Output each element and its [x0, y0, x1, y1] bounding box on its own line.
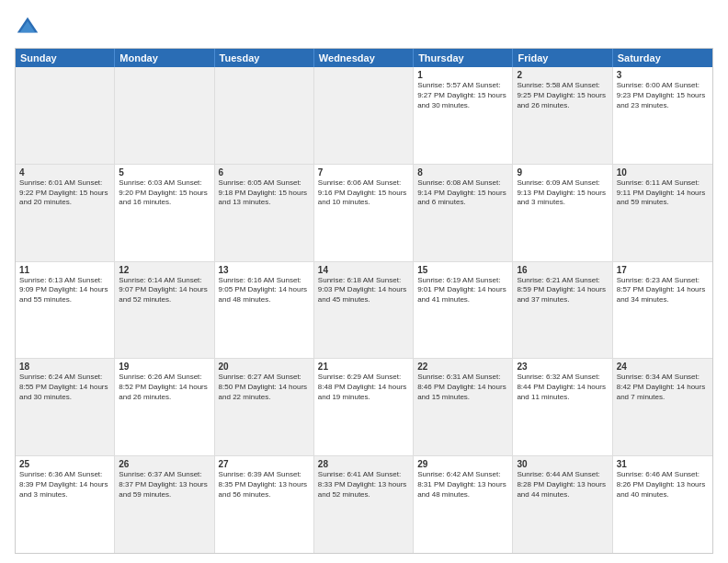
cell-info: Sunrise: 6:41 AM Sunset: 8:33 PM Dayligh… [318, 470, 409, 500]
calendar-cell: 1Sunrise: 5:57 AM Sunset: 9:27 PM Daylig… [414, 67, 513, 164]
cell-info: Sunrise: 6:18 AM Sunset: 9:03 PM Dayligh… [318, 276, 409, 305]
header-day-wednesday: Wednesday [314, 49, 414, 67]
day-number: 11 [19, 265, 110, 275]
logo [15, 15, 44, 40]
page: SundayMondayTuesdayWednesdayThursdayFrid… [0, 0, 728, 563]
calendar-cell: 27Sunrise: 6:39 AM Sunset: 8:35 PM Dayli… [215, 456, 314, 553]
calendar-cell: 17Sunrise: 6:23 AM Sunset: 8:57 PM Dayli… [613, 262, 712, 359]
cell-info: Sunrise: 6:23 AM Sunset: 8:57 PM Dayligh… [617, 276, 709, 305]
calendar-cell: 8Sunrise: 6:08 AM Sunset: 9:14 PM Daylig… [414, 165, 513, 261]
cell-info: Sunrise: 6:21 AM Sunset: 8:59 PM Dayligh… [517, 276, 608, 305]
header [15, 15, 713, 40]
day-number: 9 [517, 167, 608, 178]
calendar-cell: 28Sunrise: 6:41 AM Sunset: 8:33 PM Dayli… [314, 456, 414, 553]
calendar-cell: 6Sunrise: 6:05 AM Sunset: 9:18 PM Daylig… [215, 165, 314, 261]
day-number: 1 [417, 70, 508, 80]
cell-info: Sunrise: 6:06 AM Sunset: 9:16 PM Dayligh… [318, 178, 409, 208]
day-number: 12 [119, 265, 210, 275]
day-number: 20 [219, 362, 310, 372]
cell-info: Sunrise: 5:57 AM Sunset: 9:27 PM Dayligh… [417, 81, 508, 110]
day-number: 27 [219, 459, 310, 469]
calendar-cell: 15Sunrise: 6:19 AM Sunset: 9:01 PM Dayli… [414, 262, 513, 359]
day-number: 4 [19, 167, 110, 178]
cell-info: Sunrise: 6:14 AM Sunset: 9:07 PM Dayligh… [119, 276, 210, 305]
cell-info: Sunrise: 6:34 AM Sunset: 8:42 PM Dayligh… [617, 373, 709, 402]
cell-info: Sunrise: 6:42 AM Sunset: 8:31 PM Dayligh… [417, 470, 508, 500]
day-number: 29 [417, 459, 508, 469]
calendar-row-2: 11Sunrise: 6:13 AM Sunset: 9:09 PM Dayli… [16, 262, 712, 360]
day-number: 24 [617, 362, 709, 372]
day-number: 7 [318, 167, 409, 178]
calendar-header: SundayMondayTuesdayWednesdayThursdayFrid… [16, 49, 712, 67]
calendar-cell: 18Sunrise: 6:24 AM Sunset: 8:55 PM Dayli… [16, 359, 115, 455]
header-day-saturday: Saturday [613, 49, 712, 67]
cell-info: Sunrise: 6:36 AM Sunset: 8:39 PM Dayligh… [19, 470, 110, 500]
cell-info: Sunrise: 6:13 AM Sunset: 9:09 PM Dayligh… [19, 276, 110, 305]
day-number: 15 [417, 265, 508, 275]
day-number: 18 [19, 362, 110, 372]
calendar-cell: 13Sunrise: 6:16 AM Sunset: 9:05 PM Dayli… [215, 262, 314, 359]
header-day-sunday: Sunday [16, 49, 115, 67]
calendar-cell: 21Sunrise: 6:29 AM Sunset: 8:48 PM Dayli… [314, 359, 414, 455]
logo-icon [15, 15, 40, 40]
calendar-cell: 25Sunrise: 6:36 AM Sunset: 8:39 PM Dayli… [16, 456, 115, 553]
header-day-monday: Monday [115, 49, 214, 67]
day-number: 26 [119, 459, 210, 469]
calendar: SundayMondayTuesdayWednesdayThursdayFrid… [15, 48, 713, 554]
calendar-cell: 26Sunrise: 6:37 AM Sunset: 8:37 PM Dayli… [115, 456, 214, 553]
cell-info: Sunrise: 6:26 AM Sunset: 8:52 PM Dayligh… [119, 373, 210, 402]
day-number: 3 [617, 70, 709, 80]
calendar-cell: 30Sunrise: 6:44 AM Sunset: 8:28 PM Dayli… [513, 456, 612, 553]
cell-info: Sunrise: 6:08 AM Sunset: 9:14 PM Dayligh… [417, 178, 508, 208]
cell-info: Sunrise: 6:19 AM Sunset: 9:01 PM Dayligh… [417, 276, 508, 305]
cell-info: Sunrise: 6:31 AM Sunset: 8:46 PM Dayligh… [417, 373, 508, 402]
calendar-cell: 5Sunrise: 6:03 AM Sunset: 9:20 PM Daylig… [115, 165, 214, 261]
calendar-cell: 19Sunrise: 6:26 AM Sunset: 8:52 PM Dayli… [115, 359, 214, 455]
cell-info: Sunrise: 6:03 AM Sunset: 9:20 PM Dayligh… [119, 178, 210, 208]
calendar-cell: 9Sunrise: 6:09 AM Sunset: 9:13 PM Daylig… [513, 165, 612, 261]
calendar-cell: 23Sunrise: 6:32 AM Sunset: 8:44 PM Dayli… [513, 359, 612, 455]
cell-info: Sunrise: 6:29 AM Sunset: 8:48 PM Dayligh… [318, 373, 409, 402]
cell-info: Sunrise: 6:44 AM Sunset: 8:28 PM Dayligh… [517, 470, 608, 500]
calendar-cell [16, 67, 115, 164]
cell-info: Sunrise: 6:00 AM Sunset: 9:23 PM Dayligh… [617, 81, 709, 110]
day-number: 21 [318, 362, 409, 372]
calendar-cell: 16Sunrise: 6:21 AM Sunset: 8:59 PM Dayli… [513, 262, 612, 359]
cell-info: Sunrise: 6:46 AM Sunset: 8:26 PM Dayligh… [617, 470, 709, 500]
calendar-row-1: 4Sunrise: 6:01 AM Sunset: 9:22 PM Daylig… [16, 165, 712, 262]
day-number: 5 [119, 167, 210, 178]
cell-info: Sunrise: 5:58 AM Sunset: 9:25 PM Dayligh… [517, 81, 608, 110]
calendar-cell: 7Sunrise: 6:06 AM Sunset: 9:16 PM Daylig… [314, 165, 414, 261]
day-number: 13 [219, 265, 310, 275]
calendar-cell: 20Sunrise: 6:27 AM Sunset: 8:50 PM Dayli… [215, 359, 314, 455]
cell-info: Sunrise: 6:05 AM Sunset: 9:18 PM Dayligh… [219, 178, 310, 208]
calendar-cell: 31Sunrise: 6:46 AM Sunset: 8:26 PM Dayli… [613, 456, 712, 553]
calendar-cell: 3Sunrise: 6:00 AM Sunset: 9:23 PM Daylig… [613, 67, 712, 164]
calendar-body: 1Sunrise: 5:57 AM Sunset: 9:27 PM Daylig… [16, 67, 712, 553]
day-number: 28 [318, 459, 409, 469]
day-number: 23 [517, 362, 608, 372]
cell-info: Sunrise: 6:27 AM Sunset: 8:50 PM Dayligh… [219, 373, 310, 402]
calendar-cell: 12Sunrise: 6:14 AM Sunset: 9:07 PM Dayli… [115, 262, 214, 359]
day-number: 6 [219, 167, 310, 178]
calendar-cell: 29Sunrise: 6:42 AM Sunset: 8:31 PM Dayli… [414, 456, 513, 553]
cell-info: Sunrise: 6:16 AM Sunset: 9:05 PM Dayligh… [219, 276, 310, 305]
calendar-row-0: 1Sunrise: 5:57 AM Sunset: 9:27 PM Daylig… [16, 67, 712, 165]
header-day-thursday: Thursday [414, 49, 513, 67]
header-day-tuesday: Tuesday [215, 49, 314, 67]
day-number: 25 [19, 459, 110, 469]
cell-info: Sunrise: 6:39 AM Sunset: 8:35 PM Dayligh… [219, 470, 310, 500]
day-number: 14 [318, 265, 409, 275]
calendar-cell: 22Sunrise: 6:31 AM Sunset: 8:46 PM Dayli… [414, 359, 513, 455]
cell-info: Sunrise: 6:09 AM Sunset: 9:13 PM Dayligh… [517, 178, 608, 208]
day-number: 19 [119, 362, 210, 372]
header-day-friday: Friday [513, 49, 612, 67]
day-number: 2 [517, 70, 608, 80]
cell-info: Sunrise: 6:01 AM Sunset: 9:22 PM Dayligh… [19, 178, 110, 208]
calendar-cell: 14Sunrise: 6:18 AM Sunset: 9:03 PM Dayli… [314, 262, 414, 359]
calendar-cell [115, 67, 214, 164]
day-number: 22 [417, 362, 508, 372]
calendar-cell [215, 67, 314, 164]
calendar-cell: 11Sunrise: 6:13 AM Sunset: 9:09 PM Dayli… [16, 262, 115, 359]
cell-info: Sunrise: 6:37 AM Sunset: 8:37 PM Dayligh… [119, 470, 210, 500]
